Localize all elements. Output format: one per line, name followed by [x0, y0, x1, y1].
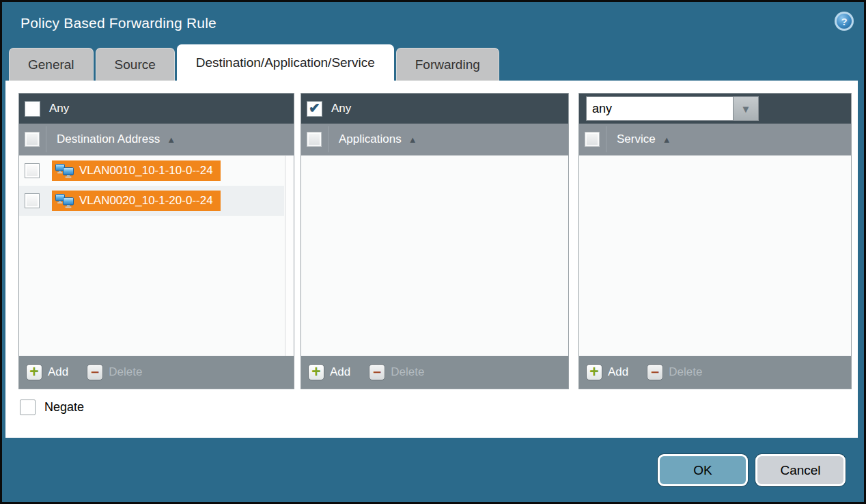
negate-label: Negate [44, 400, 84, 415]
address-object-icon [55, 164, 74, 178]
column-separator [606, 126, 606, 152]
applications-column-header-row: Applications ▲ [301, 124, 568, 156]
destination-panel: Any Destination Address ▲ [18, 93, 294, 389]
destination-address-label: VLAN0010_10-1-10-0--24 [79, 164, 213, 178]
sort-asc-icon[interactable]: ▲ [408, 135, 417, 145]
tab-bar: General Source Destination/Application/S… [9, 2, 499, 81]
applications-delete-button[interactable]: − Delete [369, 364, 424, 380]
column-separator [46, 126, 46, 152]
applications-select-all-checkbox[interactable] [307, 132, 322, 147]
tab-general[interactable]: General [9, 48, 94, 81]
service-dropdown-button[interactable]: ▼ [734, 96, 759, 121]
dialog-action-buttons: OK Cancel [658, 454, 846, 486]
service-dropdown: ▼ [586, 96, 759, 121]
negate-row: Negate [20, 400, 858, 415]
service-list [579, 156, 851, 356]
destination-column-header[interactable]: Destination Address [57, 132, 160, 146]
column-separator [328, 126, 329, 152]
destination-select-all-checkbox[interactable] [25, 132, 40, 147]
chevron-down-icon: ▼ [741, 104, 751, 114]
destination-row-1: VLAN0010_10-1-10-0--24 [19, 156, 284, 186]
applications-panel: Any Applications ▲ + Add − Delet [301, 93, 569, 389]
service-column-header-row: Service ▲ [579, 124, 851, 156]
destination-any-header: Any [19, 94, 294, 124]
destination-add-button[interactable]: + Add [26, 364, 68, 380]
destination-column-header-row: Destination Address ▲ [19, 124, 294, 156]
applications-add-button[interactable]: + Add [308, 364, 350, 380]
negate-checkbox[interactable] [20, 400, 36, 415]
address-object-chip[interactable]: VLAN0010_10-1-10-0--24 [52, 160, 221, 181]
plus-icon: + [26, 364, 42, 380]
address-object-icon [55, 194, 74, 208]
service-panel-footer: + Add − Delete [579, 356, 851, 389]
help-icon[interactable]: ? [835, 12, 854, 31]
applications-any-header: Any [301, 94, 568, 124]
panels-container: Any Destination Address ▲ [5, 81, 858, 389]
tab-destination-application-service[interactable]: Destination/Application/Service [177, 44, 394, 81]
applications-any-label: Any [331, 102, 351, 115]
service-dropdown-input[interactable] [586, 96, 734, 121]
applications-any-checkbox[interactable] [307, 101, 322, 117]
destination-any-checkbox[interactable] [25, 101, 40, 117]
minus-icon: − [87, 364, 103, 380]
minus-icon: − [369, 364, 385, 380]
destination-list: VLAN0010_10-1-10-0--24 [19, 156, 294, 356]
applications-column-header[interactable]: Applications [339, 132, 402, 146]
dialog-body: Any Destination Address ▲ [5, 81, 858, 438]
destination-address-label: VLAN0020_10-1-20-0--24 [79, 194, 213, 208]
applications-list [301, 156, 568, 356]
tab-forwarding[interactable]: Forwarding [396, 48, 499, 81]
scrollbar-track[interactable] [285, 156, 294, 356]
cancel-button[interactable]: Cancel [755, 454, 846, 486]
minus-icon: − [647, 364, 663, 380]
service-panel: ▼ Service ▲ + Add − [578, 93, 852, 389]
destination-row-2: VLAN0020_10-1-20-0--24 [19, 186, 284, 216]
plus-icon: + [308, 364, 324, 380]
ok-button[interactable]: OK [658, 454, 748, 486]
plus-icon: + [586, 364, 602, 380]
service-any-header: ▼ [579, 94, 851, 124]
service-add-button[interactable]: + Add [586, 364, 628, 380]
address-object-chip[interactable]: VLAN0020_10-1-20-0--24 [52, 191, 221, 211]
service-column-header[interactable]: Service [617, 132, 656, 146]
row-checkbox[interactable] [25, 163, 40, 178]
policy-based-forwarding-dialog: Policy Based Forwarding Rule ? General S… [0, 0, 866, 504]
applications-panel-footer: + Add − Delete [301, 356, 568, 389]
service-select-all-checkbox[interactable] [585, 132, 600, 147]
sort-asc-icon[interactable]: ▲ [167, 135, 176, 145]
tab-source[interactable]: Source [96, 48, 175, 81]
destination-any-label: Any [49, 102, 69, 115]
destination-panel-footer: + Add − Delete [19, 356, 294, 389]
sort-asc-icon[interactable]: ▲ [662, 135, 671, 145]
service-delete-button[interactable]: − Delete [647, 364, 702, 380]
row-checkbox[interactable] [25, 193, 40, 208]
destination-delete-button[interactable]: − Delete [87, 364, 142, 380]
